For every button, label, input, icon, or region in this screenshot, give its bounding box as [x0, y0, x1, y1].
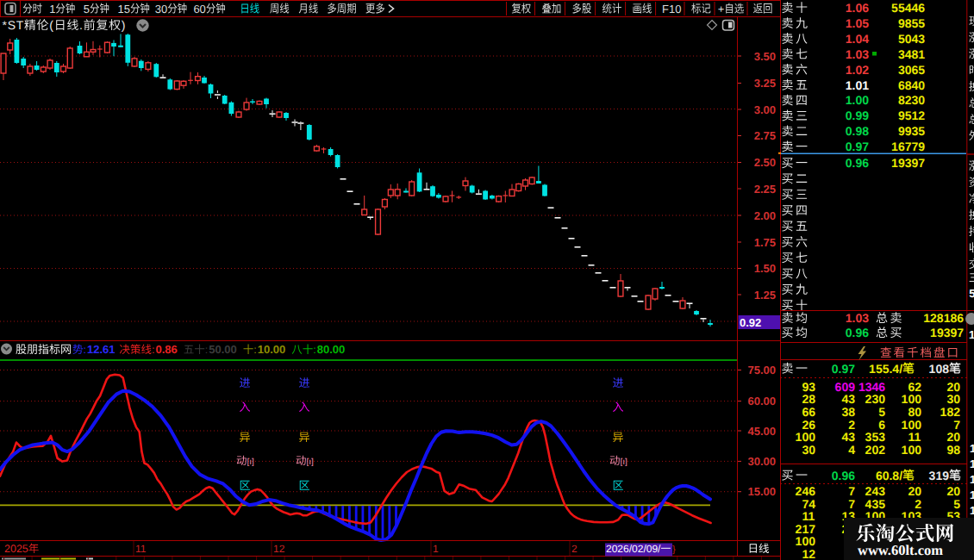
svg-text:5: 5 — [953, 497, 960, 511]
svg-text:28: 28 — [802, 392, 815, 406]
svg-text:243: 243 — [865, 484, 886, 498]
svg-text:1.05: 1.05 — [846, 16, 869, 30]
svg-text:12: 12 — [273, 543, 285, 555]
svg-text:0.96: 0.96 — [846, 326, 869, 339]
svg-text::: : — [313, 344, 315, 356]
svg-text:0.92: 0.92 — [740, 316, 761, 329]
svg-text:2.50: 2.50 — [754, 156, 776, 169]
svg-text:www.60lt.com: www.60lt.com — [858, 542, 943, 558]
svg-text:1: 1 — [970, 457, 974, 470]
svg-text:3.00: 3.00 — [754, 103, 776, 116]
svg-text:30: 30 — [802, 443, 815, 457]
svg-text:75.00: 75.00 — [748, 364, 777, 376]
svg-text:62: 62 — [908, 380, 921, 394]
svg-text:1: 1 — [970, 504, 974, 517]
svg-text:38: 38 — [841, 405, 855, 419]
svg-text:60.8/: 60.8/ — [876, 469, 902, 482]
svg-text:30.00: 30.00 — [748, 455, 777, 468]
svg-text:5: 5 — [878, 405, 885, 419]
svg-text:74: 74 — [802, 497, 815, 511]
svg-text:7: 7 — [848, 484, 855, 498]
svg-text::: : — [205, 344, 208, 356]
svg-text:100: 100 — [902, 418, 922, 432]
svg-text:2: 2 — [848, 418, 855, 432]
svg-text:5: 5 — [84, 3, 90, 16]
svg-text:12: 12 — [802, 547, 815, 560]
svg-text:3065: 3065 — [898, 63, 925, 77]
svg-text:15.00: 15.00 — [748, 485, 777, 498]
svg-text:9935: 9935 — [898, 124, 925, 138]
svg-text:98: 98 — [946, 443, 960, 457]
svg-text:80: 80 — [908, 405, 921, 419]
svg-text:202: 202 — [865, 443, 886, 457]
svg-text:1: 1 — [970, 442, 974, 455]
svg-text:1.00: 1.00 — [846, 93, 869, 107]
svg-text:1.25: 1.25 — [754, 289, 776, 302]
svg-text:43: 43 — [841, 392, 855, 406]
svg-text:11: 11 — [908, 430, 921, 444]
svg-text:6840: 6840 — [898, 78, 925, 92]
svg-text:108: 108 — [929, 362, 950, 376]
svg-text:[ı]: [ı] — [247, 457, 255, 467]
svg-text:+: + — [718, 3, 725, 16]
svg-text:2026/02/09/: 2026/02/09/ — [606, 543, 661, 555]
svg-text:11: 11 — [135, 543, 147, 555]
svg-text:0.98: 0.98 — [846, 124, 869, 138]
svg-text:2.00: 2.00 — [754, 209, 776, 222]
svg-text:1: 1 — [49, 3, 55, 16]
svg-text:1.75: 1.75 — [754, 236, 776, 249]
svg-text:0.97: 0.97 — [832, 362, 855, 376]
svg-text:9512: 9512 — [898, 109, 925, 122]
svg-text:435: 435 — [865, 497, 886, 511]
svg-text:60.00: 60.00 — [748, 395, 777, 408]
svg-text:353: 353 — [865, 430, 886, 444]
svg-text:16779: 16779 — [891, 140, 925, 153]
svg-text:7: 7 — [953, 418, 960, 432]
svg-text:0.86: 0.86 — [156, 343, 178, 356]
svg-text:20: 20 — [908, 484, 921, 498]
svg-text:319: 319 — [929, 469, 950, 482]
svg-text:3.50: 3.50 — [754, 50, 776, 63]
svg-text:3481: 3481 — [898, 47, 925, 61]
svg-text:19397: 19397 — [891, 156, 925, 170]
svg-text:30: 30 — [155, 3, 167, 16]
svg-text::: : — [84, 344, 86, 356]
svg-text:2025: 2025 — [4, 543, 28, 555]
svg-text:1: 1 — [970, 473, 974, 486]
svg-text:246: 246 — [796, 484, 816, 498]
svg-text:11: 11 — [802, 509, 815, 523]
svg-text:}: } — [672, 544, 676, 555]
svg-text:93: 93 — [802, 380, 815, 394]
svg-text:0.96: 0.96 — [846, 156, 869, 170]
svg-text:1346: 1346 — [858, 380, 885, 394]
svg-text:1.03: 1.03 — [846, 47, 869, 61]
svg-text:6: 6 — [878, 418, 885, 432]
svg-text:8230: 8230 — [898, 93, 925, 107]
svg-text::: : — [253, 344, 256, 356]
svg-text:0.96: 0.96 — [832, 469, 855, 482]
svg-text:60: 60 — [193, 3, 205, 16]
svg-text:F10: F10 — [662, 3, 681, 16]
svg-text:0.99: 0.99 — [846, 109, 869, 122]
svg-text:5043: 5043 — [898, 32, 925, 46]
svg-text:9855: 9855 — [898, 16, 925, 30]
svg-text:182: 182 — [940, 405, 961, 419]
svg-text:2: 2 — [571, 543, 578, 555]
svg-text:20: 20 — [946, 380, 960, 394]
svg-text:50.00: 50.00 — [209, 343, 237, 356]
svg-text:100: 100 — [796, 430, 816, 444]
svg-text:1: 1 — [433, 543, 439, 555]
svg-text:100: 100 — [902, 392, 922, 406]
svg-text:55446: 55446 — [891, 1, 925, 15]
svg-text:*ST: *ST — [3, 18, 24, 32]
svg-text:1.04: 1.04 — [846, 32, 869, 46]
svg-text:1.06: 1.06 — [846, 1, 869, 15]
svg-text:7: 7 — [848, 497, 855, 511]
svg-text:20: 20 — [946, 430, 960, 444]
svg-text:.: . — [79, 18, 84, 32]
svg-text:2.25: 2.25 — [754, 183, 776, 196]
svg-text:1.50: 1.50 — [754, 262, 776, 275]
svg-text:(: ( — [49, 18, 53, 32]
svg-text:4: 4 — [848, 443, 855, 457]
svg-text:155.4/: 155.4/ — [869, 362, 902, 376]
